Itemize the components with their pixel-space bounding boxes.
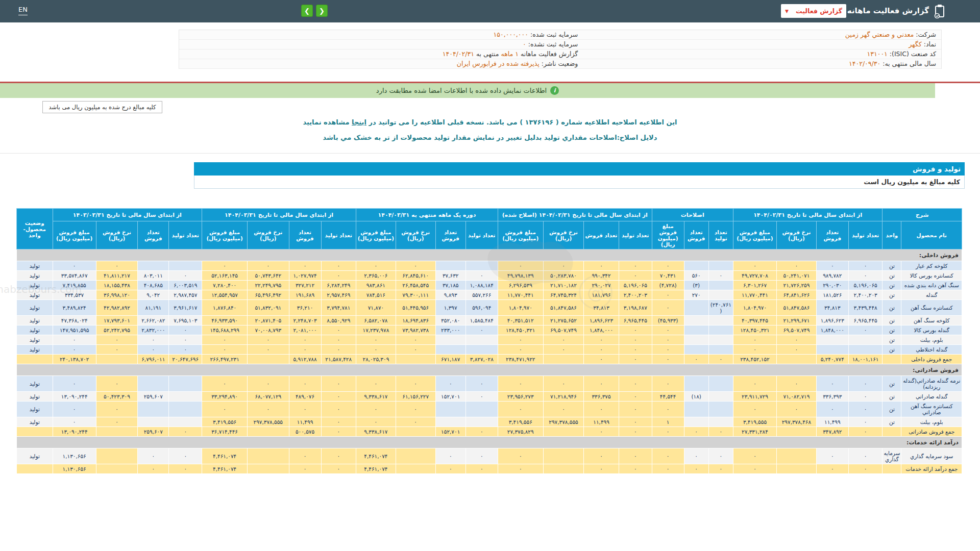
value-cell: ۰ (396, 335, 435, 345)
value-cell: ۳۳۴,۵۳۷ (53, 290, 96, 300)
chevron-down-icon: ▼ (785, 9, 789, 14)
value-cell: ۷۸۴,۵۱۶ (356, 290, 396, 300)
value-cell (435, 402, 465, 417)
value-cell: ۰ (435, 448, 465, 464)
value-cell: ۱۳,۰۹۰,۲۴۴ (53, 392, 96, 402)
unit-cell: تن (883, 402, 901, 417)
value-cell (543, 355, 584, 364)
value-cell: ۱۸,۶۹۴,۸۳۶ (396, 316, 435, 325)
value-cell: ۳۳,۲۹۴,۸۹۰ (202, 392, 248, 402)
value-cell: ۰ (652, 464, 684, 474)
value-cell: ۱,۱۳۰,۶۵۶ (53, 448, 96, 464)
value-cell: ۶,۲۸۴,۲۴۹ (321, 281, 356, 290)
value-cell (708, 281, 733, 290)
value-cell: ۵۱,۸۴۷,۵۸۶ (777, 300, 817, 316)
value-cell: ۰ (138, 335, 169, 345)
value-cell: ۳,۷۹۴,۷۸۱ (321, 300, 356, 316)
value-cell: ۳۵۲,۰۸۰ (435, 316, 465, 325)
value-cell: ۲,۰۸۱,۰۰۰ (289, 325, 321, 335)
value-cell: ۵۰۰,۵۷۵ (289, 427, 321, 437)
value-cell: ۰ (619, 448, 652, 464)
language-toggle[interactable]: EN (18, 6, 28, 15)
value-cell: ۰ (169, 427, 202, 437)
column-g4-0: تعداد تولید (321, 221, 356, 249)
next-report-button[interactable]: ❯ (301, 5, 313, 17)
value-cell: ۲۳۸,۴۵۲,۱۵۲ (733, 355, 776, 364)
value-cell: ۷۱,۰۸۲,۷۱۹ (777, 392, 817, 402)
value-cell: ۶۴,۸۴۱,۶۲۶ (777, 290, 817, 300)
value-cell: ۱۸,۰۰۱,۱۶۱ (848, 355, 883, 364)
page-title: گزارش فعالیت ماهانه (847, 6, 929, 15)
company-label: شرکت: (916, 31, 936, 38)
value-cell (435, 345, 465, 355)
value-cell: ۰ (465, 392, 498, 402)
value-cell: ۰ (321, 427, 356, 437)
unit-cell: تن (883, 335, 901, 345)
value-cell: ۶۷۱,۱۸۷ (435, 355, 465, 364)
section-row: فروش صادراتی: (17, 364, 962, 376)
company-value: معدني و صنعتي گهر زمين (845, 31, 914, 38)
value-cell: ۱۱,۴۹۹ (816, 417, 848, 427)
value-cell: ۱۸,۱۵۵,۴۳۸ (96, 281, 137, 290)
value-cell: ۲,۸۳۲,۰۰۰ (138, 325, 169, 335)
value-cell: ۱ (652, 417, 684, 427)
value-cell: ۴۱,۸۱۱,۲۱۷ (96, 271, 137, 281)
previous-version-link[interactable]: اینجا (352, 118, 366, 126)
value-cell: ۰ (848, 261, 883, 271)
column-group-desc: شرح (883, 209, 962, 221)
value-cell: ۱,۰۲۷,۹۷۴ (289, 271, 321, 281)
value-cell: ۰ (53, 402, 96, 417)
value-cell (396, 427, 435, 437)
value-cell: ۳۲۷,۲۱۲ (289, 281, 321, 290)
value-cell (777, 427, 817, 437)
column-g4-3: مبلغ فروش (میلیون ریال) (202, 221, 248, 249)
total-row: جمع فروش داخلی۱۸,۰۰۱,۱۶۱۵,۲۴۰,۷۷۴۲۳۸,۴۵۲… (17, 355, 962, 364)
value-cell: ۳۴,۸۱۳ (584, 300, 619, 316)
value-cell: ۰ (498, 376, 543, 392)
value-cell: ۱۴۵,۶۸۸,۲۹۹ (202, 325, 248, 335)
column-g2-3: مبلغ فروش (میلیون ریال) (498, 221, 543, 249)
value-cell: ۰ (435, 464, 465, 474)
value-cell: ۳,۴۸۹,۸۲۴ (53, 300, 96, 316)
table-row: گندله بورس کالاتن۰۱,۸۴۸,۰۰۰۶۹,۵۰۷,۷۴۹۱۲۸… (17, 325, 962, 335)
product-status-cell: تولید (17, 402, 53, 417)
value-cell (543, 464, 584, 474)
value-cell (465, 345, 498, 355)
value-cell: ۵,۱۹۶,۰۶۵ (848, 281, 883, 290)
value-cell: ۰ (619, 402, 652, 417)
value-cell: ۰ (708, 271, 733, 281)
column-g5-1: تعداد فروش (138, 221, 169, 249)
value-cell: ۶,۹۶۵,۴۴۵ (848, 316, 883, 325)
value-cell: ۷,۴۱۹,۸۵۵ (53, 281, 96, 290)
value-cell (777, 464, 817, 474)
value-cell (684, 300, 708, 316)
value-cell: ۵۱,۸۳۲,۰۹۱ (248, 300, 289, 316)
value-cell: ۲,۳۶۵,۰۰۶ (356, 271, 396, 281)
value-cell: ۰ (289, 376, 321, 392)
column-group-4: از ابتدای سال مالی تا تاریخ ۱۴۰۴/۰۳/۳۱ (202, 209, 356, 221)
value-cell: ۰ (816, 376, 848, 392)
product-status-cell: تولید (17, 448, 53, 464)
prev-report-button[interactable]: ❮ (316, 5, 328, 17)
table-row: گندله صادراتيتن۰۳۳۶,۳۹۳۷۱,۰۸۲,۷۱۹۲۳,۹۱۱,… (17, 392, 962, 402)
value-cell: ۲,۹۵۷,۴۶۹ (321, 290, 356, 300)
value-cell (816, 345, 848, 355)
value-cell: ۰ (733, 261, 776, 271)
value-cell: ۰ (465, 448, 498, 464)
value-cell: ۰ (652, 376, 684, 392)
value-cell: ۱,۸۹۶,۶۲۳ (816, 316, 848, 325)
value-cell: ۰ (202, 402, 248, 417)
table-row: سود سرمایه گذاريسرمایه گذاري۰۰۰۰۰۰۰۰۰۰۰۴… (17, 448, 962, 464)
value-cell (708, 376, 733, 392)
value-cell (543, 448, 584, 464)
report-type-dropdown[interactable]: گزارش فعالیت ▼ (781, 4, 846, 18)
value-cell: ۰ (733, 376, 776, 392)
value-cell: ۵۰,۷۴۳,۶۴۲ (248, 271, 289, 281)
value-cell: ۲,۴۰۰,۲۰۳ (848, 290, 883, 300)
value-cell: ۰ (848, 402, 883, 417)
production-sales-note: کلیه مبالغ به میلیون ریال است (194, 176, 965, 189)
value-cell: ۱۲۸,۴۵۰,۳۲۱ (498, 325, 543, 335)
value-cell: ۷۳,۹۸۲,۷۳۸ (396, 325, 435, 335)
report-period-label: گزارش فعالیت ماهانه (521, 50, 578, 58)
product-status-cell: تولید (17, 300, 53, 316)
